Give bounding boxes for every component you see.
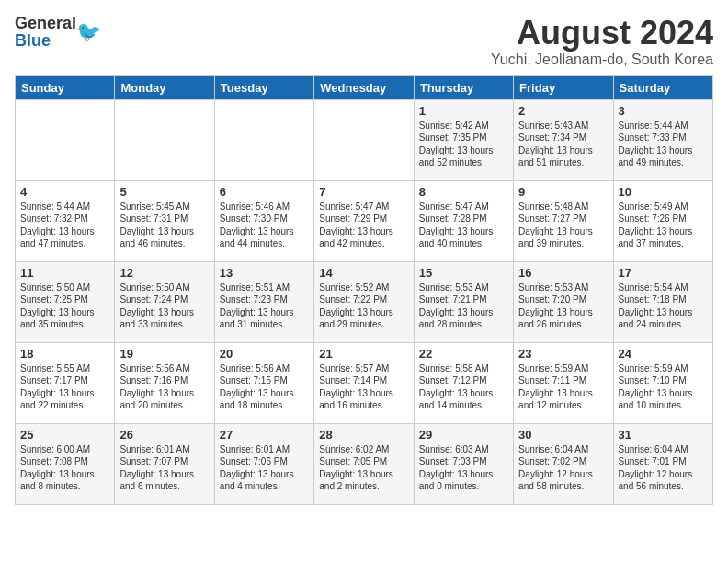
calendar-cell: 12Sunrise: 5:50 AMSunset: 7:24 PMDayligh… [115,261,214,342]
day-number: 28 [319,428,408,442]
calendar-cell: 6Sunrise: 5:46 AMSunset: 7:30 PMDaylight… [214,180,313,261]
day-info: Sunrise: 5:55 AMSunset: 7:17 PMDaylight:… [20,362,109,412]
logo-general-text: General [15,14,76,32]
day-number: 6 [220,185,309,199]
day-number: 17 [619,266,708,280]
calendar-cell: 4Sunrise: 5:44 AMSunset: 7:32 PMDaylight… [16,180,115,261]
calendar-cell: 11Sunrise: 5:50 AMSunset: 7:25 PMDayligh… [16,261,115,342]
calendar-cell [115,99,214,180]
day-info: Sunrise: 5:42 AMSunset: 7:35 PMDaylight:… [419,120,508,169]
calendar-cell: 14Sunrise: 5:52 AMSunset: 7:22 PMDayligh… [314,261,414,342]
calendar-week-row: 4Sunrise: 5:44 AMSunset: 7:32 PMDaylight… [16,180,713,261]
day-number: 30 [518,428,608,442]
day-info: Sunrise: 5:51 AMSunset: 7:23 PMDaylight:… [220,282,309,331]
day-info: Sunrise: 5:44 AMSunset: 7:32 PMDaylight:… [20,201,109,250]
day-info: Sunrise: 5:44 AMSunset: 7:33 PMDaylight:… [619,120,708,169]
day-info: Sunrise: 5:53 AMSunset: 7:21 PMDaylight:… [419,282,508,331]
day-info: Sunrise: 5:46 AMSunset: 7:30 PMDaylight:… [220,201,309,250]
header-monday: Monday [115,75,214,99]
calendar-table: SundayMondayTuesdayWednesdayThursdayFrid… [15,75,713,505]
day-number: 25 [20,428,109,442]
day-number: 15 [419,266,508,280]
day-info: Sunrise: 6:04 AMSunset: 7:02 PMDaylight:… [518,443,608,493]
calendar-cell: 19Sunrise: 5:56 AMSunset: 7:16 PMDayligh… [115,342,214,423]
day-number: 16 [518,266,608,280]
day-number: 4 [20,185,109,199]
day-info: Sunrise: 6:03 AMSunset: 7:03 PMDaylight:… [419,443,508,493]
day-info: Sunrise: 5:43 AMSunset: 7:34 PMDaylight:… [518,120,608,169]
day-number: 27 [220,428,309,442]
header-friday: Friday [514,75,613,99]
day-info: Sunrise: 6:02 AMSunset: 7:05 PMDaylight:… [319,443,408,493]
day-info: Sunrise: 5:59 AMSunset: 7:11 PMDaylight:… [518,362,608,412]
calendar-cell: 3Sunrise: 5:44 AMSunset: 7:33 PMDaylight… [613,99,712,180]
header-thursday: Thursday [414,75,513,99]
day-number: 26 [119,428,209,442]
calendar-week-row: 11Sunrise: 5:50 AMSunset: 7:25 PMDayligh… [16,261,713,342]
calendar-cell: 25Sunrise: 6:00 AMSunset: 7:08 PMDayligh… [16,423,115,504]
day-info: Sunrise: 6:00 AMSunset: 7:08 PMDaylight:… [20,443,109,493]
calendar-cell: 21Sunrise: 5:57 AMSunset: 7:14 PMDayligh… [314,342,414,423]
calendar-cell: 15Sunrise: 5:53 AMSunset: 7:21 PMDayligh… [414,261,513,342]
day-number: 2 [518,104,608,118]
day-number: 11 [20,266,109,280]
calendar-cell [214,99,313,180]
day-number: 13 [220,266,309,280]
day-info: Sunrise: 5:57 AMSunset: 7:14 PMDaylight:… [319,362,408,412]
day-number: 14 [319,266,408,280]
day-number: 19 [119,347,209,361]
calendar-cell: 2Sunrise: 5:43 AMSunset: 7:34 PMDaylight… [514,99,613,180]
title-area: August 2024 Yuchi, Jeollanam-do, South K… [491,15,713,68]
day-info: Sunrise: 5:48 AMSunset: 7:27 PMDaylight:… [518,201,608,250]
day-info: Sunrise: 5:47 AMSunset: 7:28 PMDaylight:… [419,201,508,250]
calendar-cell: 5Sunrise: 5:45 AMSunset: 7:31 PMDaylight… [115,180,214,261]
header-sunday: Sunday [16,75,115,99]
page-header: General Blue 🐦 August 2024 Yuchi, Jeolla… [15,15,713,68]
day-info: Sunrise: 6:04 AMSunset: 7:01 PMDaylight:… [619,443,708,493]
logo: General Blue 🐦 [15,15,101,50]
day-number: 10 [619,185,708,199]
day-info: Sunrise: 6:01 AMSunset: 7:06 PMDaylight:… [220,443,309,493]
day-number: 3 [619,104,708,118]
calendar-cell: 17Sunrise: 5:54 AMSunset: 7:18 PMDayligh… [613,261,712,342]
day-info: Sunrise: 5:56 AMSunset: 7:16 PMDaylight:… [119,362,209,412]
day-info: Sunrise: 5:49 AMSunset: 7:26 PMDaylight:… [619,201,708,250]
calendar-cell: 20Sunrise: 5:56 AMSunset: 7:15 PMDayligh… [214,342,313,423]
calendar-cell: 23Sunrise: 5:59 AMSunset: 7:11 PMDayligh… [514,342,613,423]
day-number: 7 [319,185,408,199]
day-info: Sunrise: 5:50 AMSunset: 7:24 PMDaylight:… [119,282,209,331]
day-info: Sunrise: 5:59 AMSunset: 7:10 PMDaylight:… [619,362,708,412]
calendar-cell: 18Sunrise: 5:55 AMSunset: 7:17 PMDayligh… [16,342,115,423]
day-number: 24 [619,347,708,361]
calendar-cell: 26Sunrise: 6:01 AMSunset: 7:07 PMDayligh… [115,423,214,504]
calendar-cell: 31Sunrise: 6:04 AMSunset: 7:01 PMDayligh… [613,423,712,504]
calendar-cell: 7Sunrise: 5:47 AMSunset: 7:29 PMDaylight… [314,180,414,261]
calendar-cell: 16Sunrise: 5:53 AMSunset: 7:20 PMDayligh… [514,261,613,342]
day-info: Sunrise: 5:45 AMSunset: 7:31 PMDaylight:… [119,201,209,250]
day-number: 22 [419,347,508,361]
day-number: 20 [220,347,309,361]
calendar-cell: 9Sunrise: 5:48 AMSunset: 7:27 PMDaylight… [514,180,613,261]
calendar-cell [16,99,115,180]
calendar-week-row: 25Sunrise: 6:00 AMSunset: 7:08 PMDayligh… [16,423,713,504]
calendar-cell: 24Sunrise: 5:59 AMSunset: 7:10 PMDayligh… [613,342,712,423]
calendar-header-row: SundayMondayTuesdayWednesdayThursdayFrid… [16,75,713,99]
calendar-cell [314,99,414,180]
day-info: Sunrise: 5:50 AMSunset: 7:25 PMDaylight:… [20,282,109,331]
calendar-cell: 30Sunrise: 6:04 AMSunset: 7:02 PMDayligh… [514,423,613,504]
calendar-cell: 29Sunrise: 6:03 AMSunset: 7:03 PMDayligh… [414,423,513,504]
calendar-cell: 22Sunrise: 5:58 AMSunset: 7:12 PMDayligh… [414,342,513,423]
day-number: 18 [20,347,109,361]
day-info: Sunrise: 5:58 AMSunset: 7:12 PMDaylight:… [419,362,508,412]
day-number: 1 [419,104,508,118]
day-info: Sunrise: 5:47 AMSunset: 7:29 PMDaylight:… [319,201,408,250]
day-info: Sunrise: 5:53 AMSunset: 7:20 PMDaylight:… [518,282,608,331]
calendar-week-row: 18Sunrise: 5:55 AMSunset: 7:17 PMDayligh… [16,342,713,423]
calendar-cell: 1Sunrise: 5:42 AMSunset: 7:35 PMDaylight… [414,99,513,180]
month-year-title: August 2024 [491,15,713,52]
calendar-cell: 10Sunrise: 5:49 AMSunset: 7:26 PMDayligh… [613,180,712,261]
logo-bird-icon: 🐦 [76,20,101,44]
day-number: 12 [119,266,209,280]
header-wednesday: Wednesday [314,75,414,99]
calendar-cell: 27Sunrise: 6:01 AMSunset: 7:06 PMDayligh… [214,423,313,504]
